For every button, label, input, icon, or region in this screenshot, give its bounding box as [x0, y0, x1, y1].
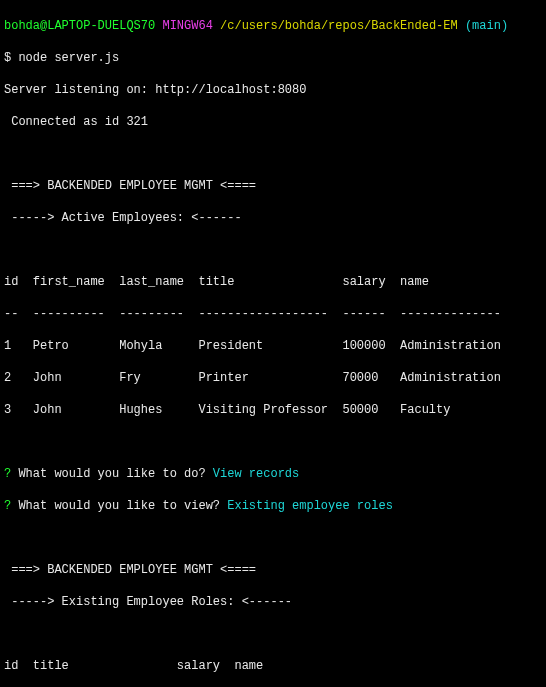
server-listening: Server listening on: http://localhost:80… [4, 82, 542, 98]
table-row: 3 John Hughes Visiting Professor 50000 F… [4, 402, 542, 418]
table-header: id title salary name [4, 658, 542, 674]
answer-text: View records [213, 467, 299, 481]
prompt-user: bohda@LAPTOP-DUELQS70 [4, 19, 155, 33]
prompt-line[interactable]: ? What would you like to view? Existing … [4, 498, 542, 514]
command-text: node server.js [18, 51, 119, 65]
table-row: 2 John Fry Printer 70000 Administration [4, 370, 542, 386]
question-text: What would you like to view? [11, 499, 227, 513]
banner-title: ===> BACKENDED EMPLOYEE MGMT <==== [4, 178, 542, 194]
table-row: 1 Petro Mohyla President 100000 Administ… [4, 338, 542, 354]
banner-title: ===> BACKENDED EMPLOYEE MGMT <==== [4, 562, 542, 578]
prompt-line: bohda@LAPTOP-DUELQS70 MINGW64 /c/users/b… [4, 18, 542, 34]
question-text: What would you like to do? [11, 467, 213, 481]
prompt-shell: MINGW64 [155, 19, 220, 33]
banner-active-employees: -----> Active Employees: <------ [4, 210, 542, 226]
prompt-path: /c/users/bohda/repos/BackEnded-EM [220, 19, 458, 33]
table-divider: -- ---------- --------- ----------------… [4, 306, 542, 322]
table-header: id first_name last_name title salary nam… [4, 274, 542, 290]
banner-existing-roles: -----> Existing Employee Roles: <------ [4, 594, 542, 610]
terminal-output: bohda@LAPTOP-DUELQS70 MINGW64 /c/users/b… [0, 0, 546, 687]
connected-msg: Connected as id 321 [4, 114, 542, 130]
prompt-line[interactable]: ? What would you like to do? View record… [4, 466, 542, 482]
command-line[interactable]: $ node server.js [4, 50, 542, 66]
answer-text: Existing employee roles [227, 499, 393, 513]
prompt-branch: (main) [458, 19, 508, 33]
